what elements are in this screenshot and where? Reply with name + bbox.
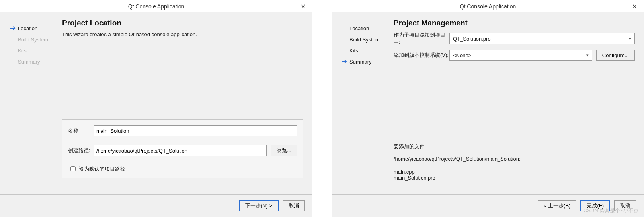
vcs-select[interactable]: <None> [449,50,592,61]
steps-sidebar: Location Build System Kits Summary [0,12,58,194]
page-title: Project Location [62,19,303,27]
step-label: Kits [349,48,358,54]
arrow-right-icon [342,60,349,64]
step-label: Summary [18,59,40,65]
step-summary: Summary [10,58,56,66]
back-button[interactable]: < 上一步(B) [538,200,577,211]
page-description: This wizard creates a simple Qt-based co… [62,31,303,37]
step-label: Summary [349,59,372,65]
file-item: main.cpp [394,169,635,175]
step-label: Location [18,25,37,31]
files-to-add: 要添加的文件 /home/yicaobao/qtProjects/QT_Solu… [394,143,635,181]
configure-button[interactable]: Configure... [596,50,635,61]
files-header: 要添加的文件 [394,143,635,150]
files-path: /home/yicaobao/qtProjects/QT_Solution/ma… [394,156,635,162]
vcs-value: <None> [453,52,471,58]
step-build-system: Build System [342,35,387,43]
row-name: 名称: [68,125,297,136]
wizard-location: Qt Console Application ✕ Location Build … [0,0,312,217]
window-title: Qt Console Application [0,3,312,10]
step-label: Location [349,25,369,31]
arrow-right-icon [10,26,18,30]
wizard-body: Location Build System Kits Summary Proje… [332,12,644,194]
cancel-button[interactable]: 取消 [614,200,636,211]
step-kits: Kits [10,46,56,54]
row-default-path: 设为默认的项目路径 [68,165,297,172]
footer: < 上一步(B) 完成(F) 取消 [332,194,644,217]
subproject-label: 作为子项目添加到项目中: [394,31,449,46]
step-label: Kits [18,48,27,54]
wizard-body: Location Build System Kits Summary Proje… [0,12,312,194]
content-area: Project Management 作为子项目添加到项目中: QT_Solut… [390,12,644,194]
subproject-select[interactable]: QT_Solution.pro [449,33,635,44]
step-label: Build System [18,37,48,43]
step-build-system: Build System [10,35,56,43]
path-input[interactable] [94,145,267,156]
form-panel: 名称: 创建路径: 浏览... 设为默认的项目路径 [62,119,303,178]
browse-button[interactable]: 浏览... [271,145,297,156]
wizard-summary: Qt Console Application ✕ Location Build … [332,0,644,217]
row-subproject: 作为子项目添加到项目中: QT_Solution.pro [394,31,635,46]
titlebar: Qt Console Application ✕ [332,0,644,12]
subproject-value: QT_Solution.pro [453,36,491,42]
finish-button[interactable]: 完成(F) [580,200,610,211]
window-title: Qt Console Application [332,3,644,10]
step-location: Location [342,24,387,32]
step-summary: Summary [342,58,387,66]
cancel-button[interactable]: 取消 [283,200,305,211]
step-location: Location [10,24,56,32]
content-area: Project Location This wizard creates a s… [58,12,312,194]
next-button[interactable]: 下一步(N) > [239,200,279,211]
default-path-label: 设为默认的项目路径 [79,165,125,172]
path-label: 创建路径: [68,147,94,154]
page-title: Project Management [394,19,635,27]
vcs-label: 添加到版本控制系统(V): [394,52,449,59]
default-path-checkbox[interactable] [70,166,76,171]
row-path: 创建路径: 浏览... [68,145,297,156]
row-vcs: 添加到版本控制系统(V): <None> Configure... [394,50,635,61]
step-label: Build System [349,37,380,43]
footer: 下一步(N) > 取消 [0,194,312,217]
titlebar: Qt Console Application ✕ [0,0,312,12]
steps-sidebar: Location Build System Kits Summary [332,12,390,194]
name-label: 名称: [68,127,94,134]
file-item: main_Solution.pro [394,175,635,181]
step-kits: Kits [342,46,387,54]
name-input[interactable] [94,125,297,136]
